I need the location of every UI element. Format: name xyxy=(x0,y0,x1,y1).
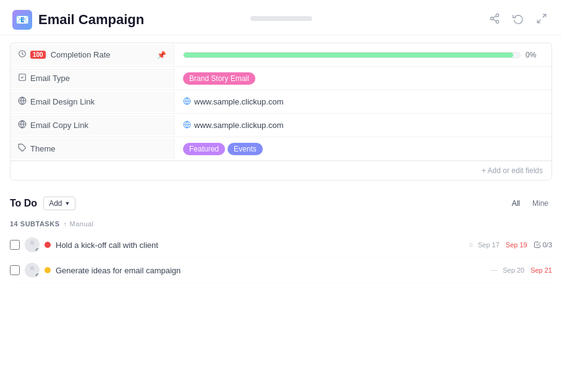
sort-label: Manual xyxy=(69,220,93,228)
page-title: Email Campaign xyxy=(38,12,144,28)
copy-link-globe-icon xyxy=(183,121,191,130)
add-button-chevron-icon: ▼ xyxy=(65,200,70,207)
field-row-theme: Theme Featured Events xyxy=(11,137,551,161)
task-1-end-date: Sep 19 xyxy=(506,241,527,249)
email-type-icon xyxy=(18,73,27,83)
todo-header-right: All Mine xyxy=(508,198,552,209)
svg-point-18 xyxy=(30,241,35,245)
email-design-link-label: Email Design Link xyxy=(30,97,95,106)
sort-badge: ↑ Manual xyxy=(63,220,93,228)
todo-section: To Do Add ▼ All Mine 14 SUBTASKS ↑ Manua… xyxy=(0,188,562,283)
task-row: Hold a kick-off call with client ≡ Sep 1… xyxy=(10,232,552,258)
expand-button[interactable] xyxy=(534,11,550,29)
field-value-email-type: Brand Story Email xyxy=(174,67,551,90)
progress-bar-background xyxy=(183,52,521,58)
completion-rate-badge: 100 xyxy=(30,51,46,59)
task-1-checklist-count: 0/3 xyxy=(543,241,552,249)
task-2-status-dot xyxy=(45,267,51,273)
email-copy-link-label: Email Copy Link xyxy=(30,121,88,130)
task-2-meta: Sep 20 Sep 21 xyxy=(503,266,552,274)
email-type-label: Email Type xyxy=(30,74,70,83)
email-design-link-url: www.sample.clickup.com xyxy=(194,97,284,106)
theme-label: Theme xyxy=(30,144,55,153)
svg-point-0 xyxy=(496,14,499,17)
completion-rate-label: Completion Rate xyxy=(51,50,111,59)
field-value-email-copy-link[interactable]: www.sample.clickup.com xyxy=(174,116,551,135)
task-2-start-date: Sep 20 xyxy=(503,266,524,274)
task-1-checkbox[interactable] xyxy=(10,240,20,250)
task-2-end-date: Sep 21 xyxy=(530,266,552,274)
field-row-email-design-link: Email Design Link www.sample.clickup.com xyxy=(11,90,551,114)
add-button[interactable]: Add ▼ xyxy=(43,197,75,210)
field-value-completion-rate: 0% xyxy=(174,46,551,64)
field-value-email-design-link[interactable]: www.sample.clickup.com xyxy=(174,92,551,112)
task-1-drag-handle: ≡ xyxy=(469,241,473,249)
todo-header: To Do Add ▼ All Mine xyxy=(10,197,552,210)
task-2-avatar xyxy=(25,263,40,278)
subtasks-count-label: 14 SUBTASKS xyxy=(10,220,59,228)
email-type-tag[interactable]: Brand Story Email xyxy=(183,72,255,85)
add-button-label: Add xyxy=(49,199,62,208)
email-copy-link-url: www.sample.clickup.com xyxy=(194,121,284,130)
task-1-avatar xyxy=(25,237,40,252)
field-row-email-type: Email Type Brand Story Email xyxy=(11,67,551,90)
task-1-start-date: Sep 17 xyxy=(478,241,500,249)
task-1-name: Hold a kick-off call with client xyxy=(56,241,464,250)
theme-tag-featured[interactable]: Featured xyxy=(183,143,225,155)
history-button[interactable] xyxy=(510,11,526,29)
task-row: Generate ideas for email campaign — Sep … xyxy=(10,258,552,283)
pin-icon: 📌 xyxy=(157,51,166,59)
task-2-drag-handle: — xyxy=(490,266,498,275)
field-label-theme: Theme xyxy=(11,138,174,159)
filter-all-button[interactable]: All xyxy=(508,198,524,209)
add-edit-fields-button[interactable]: + Add or edit fields xyxy=(482,166,543,175)
field-row-completion-rate: 100 Completion Rate 📌 0% xyxy=(11,43,551,67)
task-2-name: Generate ideas for email campaign xyxy=(56,266,485,275)
email-copy-link-icon xyxy=(18,120,27,130)
field-row-email-copy-link: Email Copy Link www.sample.clickup.com xyxy=(11,114,551,137)
completion-rate-icon xyxy=(18,49,27,60)
email-design-link-icon xyxy=(18,96,27,107)
add-fields-row: + Add or edit fields xyxy=(11,161,551,180)
todo-title: To Do xyxy=(10,198,37,209)
svg-line-4 xyxy=(493,16,496,18)
header-actions xyxy=(487,11,550,29)
share-button[interactable] xyxy=(487,11,503,29)
page-header: 📧 Email Campaign xyxy=(0,0,562,35)
sort-icon: ↑ xyxy=(63,220,67,228)
fields-section: 100 Completion Rate 📌 0% Email Type xyxy=(10,43,552,181)
design-link-globe-icon xyxy=(183,97,191,107)
page-icon: 📧 xyxy=(12,10,32,30)
svg-point-19 xyxy=(30,266,35,270)
task-2-checkbox[interactable] xyxy=(10,265,20,275)
theme-icon xyxy=(18,143,27,154)
svg-line-5 xyxy=(543,14,546,17)
progress-container: 0% xyxy=(183,51,543,59)
field-value-theme: Featured Events xyxy=(174,138,551,160)
filter-mine-button[interactable]: Mine xyxy=(529,198,552,209)
svg-line-6 xyxy=(537,20,540,23)
svg-point-2 xyxy=(496,20,499,23)
subtasks-header: 14 SUBTASKS ↑ Manual xyxy=(10,218,552,232)
task-1-meta: Sep 17 Sep 19 0/3 xyxy=(478,241,552,249)
task-1-checklist: 0/3 xyxy=(534,241,552,249)
task-1-status-dot xyxy=(45,242,51,248)
progress-bar-fill xyxy=(184,53,513,58)
field-label-email-design-link: Email Design Link xyxy=(11,92,174,112)
svg-point-1 xyxy=(490,17,493,20)
svg-line-3 xyxy=(493,19,496,21)
field-label-email-type: Email Type xyxy=(11,68,174,88)
field-label-completion-rate: 100 Completion Rate 📌 xyxy=(11,45,174,65)
breadcrumb xyxy=(250,16,312,21)
progress-percentage: 0% xyxy=(526,51,543,59)
theme-tag-events[interactable]: Events xyxy=(228,143,263,155)
field-label-email-copy-link: Email Copy Link xyxy=(11,115,174,135)
